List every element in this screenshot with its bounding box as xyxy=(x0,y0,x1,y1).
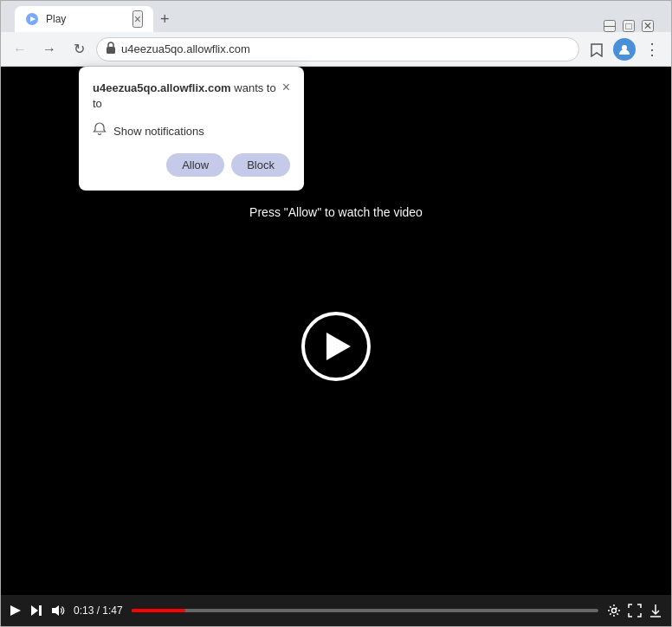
forward-button[interactable]: → xyxy=(37,37,61,61)
toolbar-right: ⋮ xyxy=(585,37,664,61)
lock-icon xyxy=(106,42,116,56)
tab-play[interactable]: Play × xyxy=(15,6,153,32)
video-controls: 0:13 / 1:47 xyxy=(1,595,671,626)
popup-option-label: Show notifications xyxy=(113,125,204,138)
maximize-button[interactable]: □ xyxy=(623,20,635,32)
bookmark-button[interactable] xyxy=(585,37,609,61)
window-controls-right: — □ ✕ xyxy=(597,20,661,32)
block-button[interactable]: Block xyxy=(231,153,290,177)
popup-close-button[interactable]: × xyxy=(282,81,290,94)
popup-domain: u4eezua5qo.allowflix.com xyxy=(93,81,231,94)
play-pause-button[interactable] xyxy=(10,604,22,617)
popup-title: u4eezua5qo.allowflix.com wants toto xyxy=(93,81,276,112)
fullscreen-button[interactable] xyxy=(628,604,642,617)
download-button[interactable] xyxy=(649,604,662,617)
next-button[interactable] xyxy=(30,604,42,617)
play-button[interactable] xyxy=(301,312,371,381)
progress-bar-fill xyxy=(132,609,186,612)
back-button[interactable]: ← xyxy=(8,37,32,61)
tab-bar: Play × + — □ ✕ xyxy=(15,1,664,32)
video-overlay-text: Press "Allow" to watch the video xyxy=(249,205,423,219)
svg-rect-6 xyxy=(39,605,42,616)
toolbar: ← → ↻ u4eezua5qo.allowflix.com xyxy=(1,32,671,67)
avatar xyxy=(613,38,636,61)
close-button[interactable]: ✕ xyxy=(642,20,654,32)
reload-button[interactable]: ↻ xyxy=(67,37,91,61)
time-display: 0:13 / 1:47 xyxy=(74,604,123,617)
profile-button[interactable] xyxy=(612,37,636,61)
popup-header: u4eezua5qo.allowflix.com wants toto × xyxy=(93,81,290,112)
new-tab-button[interactable]: + xyxy=(157,7,173,32)
menu-dots-icon: ⋮ xyxy=(644,40,660,59)
address-text: u4eezua5qo.allowflix.com xyxy=(121,42,570,55)
settings-button[interactable] xyxy=(607,604,621,617)
popup-actions: Allow Block xyxy=(93,153,290,177)
allow-button[interactable]: Allow xyxy=(166,153,224,177)
menu-button[interactable]: ⋮ xyxy=(640,37,664,61)
bell-icon xyxy=(93,122,107,139)
svg-marker-4 xyxy=(10,605,21,616)
tab-favicon-icon xyxy=(25,12,39,26)
vc-right-controls xyxy=(607,604,662,617)
title-bar: Play × + — □ ✕ xyxy=(1,1,671,32)
progress-bar[interactable] xyxy=(132,609,598,612)
content-area: u4eezua5qo.allowflix.com wants toto × Sh… xyxy=(1,67,671,626)
tab-title-text: Play xyxy=(46,13,126,25)
svg-point-8 xyxy=(612,609,617,613)
volume-button[interactable] xyxy=(51,604,65,617)
popup-option: Show notifications xyxy=(93,122,290,139)
tab-close-button[interactable]: × xyxy=(132,10,143,28)
svg-marker-7 xyxy=(52,605,59,616)
minimize-button[interactable]: — xyxy=(604,20,616,32)
play-triangle-icon xyxy=(326,333,351,360)
address-bar[interactable]: u4eezua5qo.allowflix.com xyxy=(96,37,579,61)
svg-rect-2 xyxy=(107,47,115,54)
notification-popup: u4eezua5qo.allowflix.com wants toto × Sh… xyxy=(79,67,304,191)
browser-window: Play × + — □ ✕ ← → ↻ u4eezua5qo.allowfli… xyxy=(0,0,672,627)
svg-marker-5 xyxy=(31,605,38,616)
